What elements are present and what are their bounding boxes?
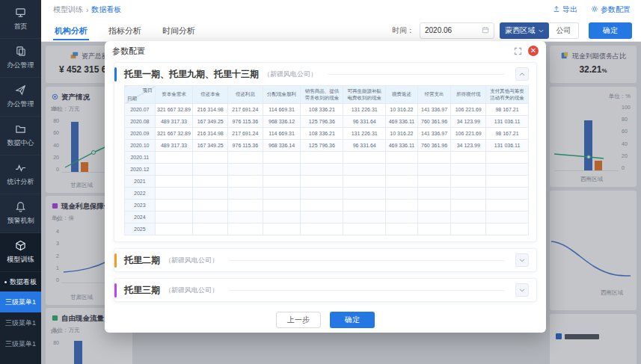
value-cell[interactable]: 321 667 32.89	[155, 128, 193, 140]
maximize-icon[interactable]	[514, 47, 522, 55]
value-cell[interactable]	[301, 188, 343, 200]
value-cell[interactable]	[155, 223, 193, 235]
value-cell[interactable]: 760 361.96	[417, 140, 451, 152]
value-cell[interactable]	[343, 152, 386, 164]
value-cell[interactable]: 976 115.36	[228, 116, 263, 128]
value-cell[interactable]	[386, 164, 418, 176]
breadcrumb-parent[interactable]: 模型训练	[53, 4, 83, 15]
value-cell[interactable]: 976 115.36	[228, 140, 263, 152]
value-cell[interactable]: 98 167.21	[486, 104, 529, 116]
value-cell[interactable]	[193, 188, 228, 200]
value-cell[interactable]	[155, 176, 193, 188]
value-cell[interactable]	[155, 152, 193, 164]
value-cell[interactable]	[451, 223, 486, 235]
value-cell[interactable]: 125 796.36	[301, 140, 343, 152]
value-cell[interactable]: 489 317.33	[155, 140, 193, 152]
value-cell[interactable]	[343, 223, 386, 235]
value-cell[interactable]	[228, 152, 263, 164]
value-cell[interactable]: 10 316.22	[386, 104, 418, 116]
export-button[interactable]: 导出	[553, 4, 577, 15]
sidebar-item-0[interactable]: 首页	[0, 0, 41, 39]
value-cell[interactable]	[386, 223, 418, 235]
value-cell[interactable]	[386, 200, 418, 212]
value-cell[interactable]: 968 336.14	[263, 140, 301, 152]
value-cell[interactable]	[343, 200, 386, 212]
previous-step-button[interactable]: 上一步	[276, 312, 321, 328]
value-cell[interactable]	[155, 188, 193, 200]
value-cell[interactable]: 34 123.99	[451, 140, 486, 152]
value-cell[interactable]	[193, 176, 228, 188]
value-cell[interactable]: 216 314.98	[193, 128, 228, 140]
close-icon[interactable]: ✕	[528, 46, 539, 56]
value-cell[interactable]	[193, 164, 228, 176]
value-cell[interactable]: 131 226.31	[343, 128, 386, 140]
value-cell[interactable]	[155, 200, 193, 212]
value-cell[interactable]	[486, 223, 529, 235]
value-cell[interactable]: 125 796.36	[301, 116, 343, 128]
value-cell[interactable]	[486, 176, 529, 188]
value-cell[interactable]	[228, 212, 263, 223]
value-cell[interactable]: 34 123.99	[451, 116, 486, 128]
sidebar-item-3[interactable]: 数据中心	[0, 117, 41, 155]
value-cell[interactable]: 141 336.97	[417, 104, 451, 116]
value-cell[interactable]	[451, 200, 486, 212]
sidebar-subitem-3[interactable]: 三级菜单1	[0, 333, 41, 354]
value-cell[interactable]: 114 669.31	[263, 128, 301, 140]
sidebar-item-1[interactable]: 办公管理	[0, 39, 41, 78]
value-cell[interactable]: 968 336.12	[263, 116, 301, 128]
sidebar-item-4[interactable]: 统计分析	[0, 155, 41, 194]
value-cell[interactable]: 108 336.21	[301, 104, 343, 116]
value-cell[interactable]	[486, 200, 529, 212]
value-cell[interactable]	[193, 223, 228, 235]
value-cell[interactable]: 106 221.69	[451, 128, 486, 140]
value-cell[interactable]	[417, 212, 451, 223]
value-cell[interactable]	[451, 212, 486, 223]
value-cell[interactable]	[486, 152, 529, 164]
value-cell[interactable]	[193, 212, 228, 223]
value-cell[interactable]	[417, 223, 451, 235]
value-cell[interactable]	[263, 164, 301, 176]
value-cell[interactable]	[263, 223, 301, 235]
value-cell[interactable]: 217 691.24	[228, 104, 263, 116]
sidebar-subitem-2[interactable]: 三级菜单1	[0, 312, 41, 333]
value-cell[interactable]: 167 349.25	[193, 140, 228, 152]
value-cell[interactable]	[301, 212, 343, 223]
value-cell[interactable]	[263, 152, 301, 164]
value-cell[interactable]	[193, 200, 228, 212]
value-cell[interactable]: 321 667 32.89	[155, 104, 193, 116]
value-cell[interactable]: 217 691.24	[228, 128, 263, 140]
value-cell[interactable]: 131 226.31	[343, 104, 386, 116]
value-cell[interactable]	[193, 152, 228, 164]
region-select-button[interactable]: 蒙西区域	[500, 22, 549, 39]
tab-0[interactable]: 机构分析	[53, 21, 89, 40]
sidebar-item-6[interactable]: 模型训练	[0, 233, 41, 272]
section-2-header[interactable]: 托里二期 （新疆风电公司）	[114, 249, 536, 271]
sidebar-subitem-1[interactable]: 三级菜单1	[0, 291, 41, 312]
value-cell[interactable]	[386, 152, 418, 164]
section-3-header[interactable]: 托里三期 （新疆风电公司）	[114, 279, 536, 301]
value-cell[interactable]: 96 331.64	[343, 116, 386, 128]
value-cell[interactable]	[451, 164, 486, 176]
value-cell[interactable]	[451, 152, 486, 164]
value-cell[interactable]: 167 349.25	[193, 116, 228, 128]
value-cell[interactable]	[343, 212, 386, 223]
value-cell[interactable]	[263, 176, 301, 188]
value-cell[interactable]	[386, 176, 418, 188]
header-confirm-button[interactable]: 确定	[589, 22, 632, 39]
value-cell[interactable]: 469 336.11	[386, 140, 418, 152]
value-cell[interactable]: 106 221.69	[451, 104, 486, 116]
value-cell[interactable]: 10 316.22	[386, 128, 418, 140]
value-cell[interactable]: 114 669.31	[263, 104, 301, 116]
value-cell[interactable]	[228, 188, 263, 200]
value-cell[interactable]: 108 336.21	[301, 128, 343, 140]
value-cell[interactable]: 98 167.21	[486, 128, 529, 140]
value-cell[interactable]: 131 036.11	[486, 140, 529, 152]
value-cell[interactable]	[155, 164, 193, 176]
tab-1[interactable]: 指标分析	[107, 21, 143, 40]
value-cell[interactable]	[228, 223, 263, 235]
modal-confirm-button[interactable]: 确定	[330, 312, 375, 328]
time-input[interactable]: 2020.06	[420, 22, 494, 39]
value-cell[interactable]	[417, 188, 451, 200]
value-cell[interactable]	[343, 176, 386, 188]
sidebar-item-2[interactable]: 办公管理	[0, 78, 41, 117]
